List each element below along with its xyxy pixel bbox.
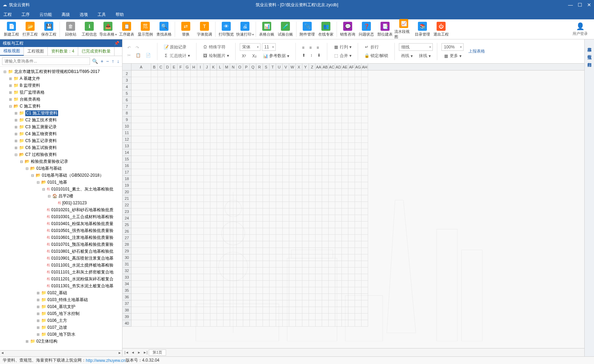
col-header[interactable]: AA [316,64,322,70]
row-header[interactable]: 37 [122,300,131,307]
col-header[interactable]: N [230,64,237,70]
tree-node[interactable]: ⊞📁0106_土方 [1,317,121,324]
col-header[interactable]: C [158,64,164,70]
menu-2[interactable]: 云功能 [39,12,52,18]
tool-导出表格[interactable]: 📤导出表格 [99,22,117,37]
col-header[interactable]: G [184,64,191,70]
tool-工序建表[interactable]: 📋工序建表 [117,22,136,37]
expand-icon[interactable]: ⊟ [8,104,12,108]
tree-node[interactable]: ⊟📂01地基与基础 [1,165,121,172]
tree-node[interactable]: ⊞📁C2 施工技术资料 [1,116,121,123]
tree-node[interactable]: ⊞📁02主体结构 [1,338,121,345]
tool-表格台账[interactable]: 📊表格台账 [257,22,276,37]
row-header[interactable]: 31 [122,261,131,268]
col-header[interactable]: Q [250,64,256,70]
valign-mid-button[interactable]: ↕ [308,52,314,58]
row-header[interactable]: 22 [122,202,131,208]
redo-button[interactable]: ↷ [134,45,141,51]
tool-显示范例[interactable]: 范显示范例 [136,22,155,37]
tool-打开工程[interactable]: 📂打开工程 [21,22,39,37]
menu-4[interactable]: 选项 [80,12,88,18]
col-header[interactable]: Y [302,64,309,70]
expand-icon[interactable]: ⊟ [3,70,7,74]
copy-button[interactable]: 📋 [134,52,143,58]
tree-node[interactable]: ⊞📁驻厂监理表格 [1,89,121,96]
search-icon[interactable]: 🔍 [91,58,99,64]
tool-流水段视图[interactable]: 📈流水段视图 [394,19,413,39]
fontsize-select[interactable]: 11 [262,43,276,51]
tree-node[interactable]: ⊟📂检验批质量验收记录 [1,158,121,165]
row-header[interactable]: 25 [122,222,131,228]
tree-node[interactable]: ⊞📁B 监理资料 [1,82,121,89]
row-header[interactable]: 6 [122,97,131,103]
col-header[interactable]: Z [309,64,316,70]
tree-node[interactable]: 检01011001_水泥土搅拌桩地基检验 [1,262,121,269]
lineweight-select[interactable]: 细线 [399,43,433,51]
expand-icon[interactable]: ⊟ [30,174,35,177]
undo-button[interactable]: ↶ [125,45,133,51]
row-header[interactable]: 14 [122,149,131,156]
tree-node[interactable]: ⊞📁C6 施工试验资料 [1,144,121,151]
rowcol-button[interactable]: ▦行列 ▾ [331,44,354,51]
tool-快速打印[interactable]: 🖨快速打印 [236,22,254,37]
valign-bottom-button[interactable]: ⬇ [315,52,323,58]
row-header[interactable]: 30 [122,254,131,261]
row-header[interactable]: 13 [122,143,131,149]
sheet-first-button[interactable]: |◄ [124,351,129,354]
row-header[interactable]: 34 [122,281,131,287]
sidepanel-pin-icon[interactable]: 📌 [114,41,119,46]
tree-node[interactable]: 检01011201_水泥粉煤灰碎石桩复合 [1,276,121,282]
row-header[interactable]: 39 [122,314,131,320]
upload-sheet-button[interactable]: 上报表格 [466,48,487,55]
tool-在线专家[interactable]: 👥在线专家 [317,22,335,37]
expand-icon[interactable]: ⊞ [14,146,18,150]
tab-count[interactable]: 资料数量：4 [48,47,78,56]
menu-5[interactable]: 工具 [98,12,106,18]
align-center-button[interactable]: ≡ [307,45,314,51]
expand-icon[interactable]: ⊟ [14,153,18,157]
col-header[interactable]: P [243,64,250,70]
close-button[interactable]: ✕ [587,2,591,8]
expand-icon[interactable]: ⊞ [36,326,40,329]
side-vtab-2[interactable]: 打印归档 [586,58,592,61]
tree-node[interactable]: ⊞📁0103_特殊土地基基础 [1,296,121,303]
row-header[interactable]: 28 [122,241,131,248]
col-header[interactable]: V [283,64,289,70]
tree-node[interactable]: 检01010401_粉煤灰地基检验批质量 [1,220,121,227]
col-header[interactable]: J [204,64,210,70]
row-header[interactable]: 5 [122,90,131,97]
wrap-button[interactable]: ↵折行 [362,44,390,51]
tree-hscrollbar[interactable] [0,350,122,356]
row-header[interactable]: 12 [122,136,131,143]
tree-node[interactable]: 检01010301_土工合成材料地基检验 [1,213,121,220]
menu-0[interactable]: 工程 [3,12,12,18]
paste-button[interactable]: 📄 [144,52,153,58]
merge-button[interactable]: ⬚合并 ▾ [331,52,354,59]
expand-icon[interactable]: ⊟ [47,194,51,198]
side-vtab-0[interactable]: 指标共享 [586,43,592,46]
col-header[interactable]: AF [348,64,355,70]
expand-icon[interactable]: ⊞ [14,111,18,115]
tool-新建工程[interactable]: 📄新建工程 [2,22,21,37]
font-select[interactable]: 宋体 [240,43,261,51]
tool-打印预览[interactable]: 👁打印预览 [217,22,236,37]
tree-node[interactable]: ⊟📂C7 过程验收资料 [1,151,121,158]
tree-node[interactable]: ⊞📁0105_地下水控制 [1,310,121,317]
expand-icon[interactable]: ⊞ [36,298,40,302]
tree-node[interactable]: ⊟检01010101_素土、灰土地基检验批 [1,186,121,193]
cut-button[interactable]: ✂ [125,52,133,58]
expand-icon[interactable]: ⊞ [36,291,40,295]
special-char-button[interactable]: Ω特殊字符 [201,44,231,51]
menu-6[interactable]: 帮助 [116,12,124,18]
row-header[interactable]: 9 [122,116,131,123]
tree-node[interactable]: ⊞📁0107_边坡 [1,324,121,331]
tree-search-input[interactable] [2,57,90,65]
tree-node[interactable]: ⊟📂01地基与基础（GB50202-2018） [1,172,121,179]
col-header[interactable]: I [197,64,204,70]
row-header[interactable]: 17 [122,169,131,176]
row-header[interactable]: 18 [122,176,131,182]
tool-退出工程[interactable]: ⏻退出工程 [432,22,450,37]
tool-问题状态[interactable]: ❓问题状态 [357,22,376,37]
row-header[interactable]: 11 [122,130,131,136]
col-header[interactable]: D [164,64,171,70]
